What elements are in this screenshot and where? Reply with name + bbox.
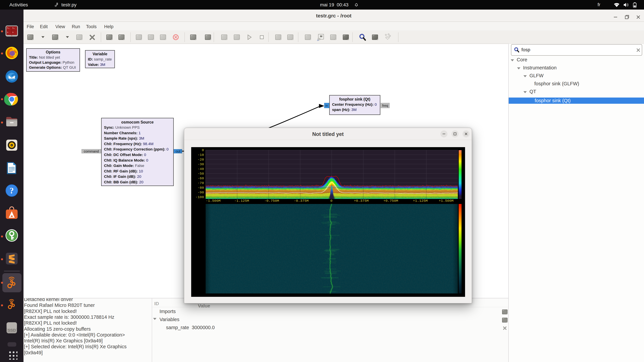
svg-text:-70: -70 [198,181,204,185]
svg-text:-10: -10 [198,153,204,157]
svg-text:-1.125M: -1.125M [234,199,249,203]
svg-text:-40: -40 [198,167,204,171]
svg-text:-60: -60 [198,176,204,180]
svg-text:-0.750M: -0.750M [264,199,279,203]
svg-text:-90: -90 [198,191,204,194]
svg-text:-100: -100 [196,195,204,199]
svg-text:-20: -20 [198,158,204,162]
svg-text:+0.750M: +0.750M [384,199,398,203]
svg-text:0: 0 [330,199,332,203]
svg-text:-0.375M: -0.375M [294,199,308,203]
svg-text:-1.500M: -1.500M [206,199,220,203]
svg-text:-50: -50 [198,172,204,176]
svg-text:-80: -80 [198,186,204,190]
svg-text:+1.125M: +1.125M [413,199,428,203]
svg-text:0: 0 [202,148,204,152]
svg-text:+1.500M: +1.500M [439,199,454,203]
svg-text:SSD: SSD [8,328,16,333]
svg-text:-30: -30 [198,162,204,166]
svg-text:?: ? [10,186,14,195]
svg-text:+0.375M: +0.375M [354,199,368,203]
